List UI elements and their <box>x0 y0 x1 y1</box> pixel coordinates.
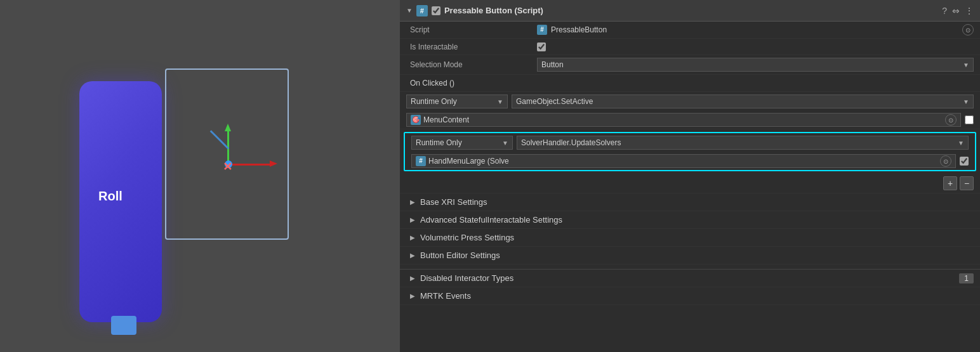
event-2-mode-value: Runtime Only <box>416 138 462 147</box>
mrtk-events-label: MRTK Events <box>420 291 471 301</box>
is-interactable-row: Is Interactable <box>400 39 980 55</box>
script-property-row: Script # PressableButton ⊙ <box>400 22 980 39</box>
selection-mode-dropdown-arrow: ▼ <box>963 62 969 68</box>
event-2-function-value: SolverHandler.UpdateSolvers <box>521 138 621 147</box>
help-icon[interactable]: ? <box>942 6 947 16</box>
event-1-mode-value: Runtime Only <box>411 97 457 106</box>
remove-event-button[interactable]: − <box>960 176 974 190</box>
disabled-interactor-count: 1 <box>959 273 974 284</box>
event-2-function-arrow: ▼ <box>958 140 964 147</box>
selection-mode-dropdown[interactable]: Button ▼ <box>537 58 974 72</box>
on-clicked-label: On Clicked () <box>410 79 454 88</box>
resize-icon[interactable]: ⇔ <box>952 6 960 16</box>
button-editor-settings-row[interactable]: ▶ Button Editor Settings <box>400 247 980 264</box>
z-axis <box>210 130 229 149</box>
event-1-mode-dropdown[interactable]: Runtime Only ▼ <box>406 95 508 108</box>
device-base <box>111 316 136 335</box>
mrtk-events-arrow-icon: ▶ <box>410 292 415 299</box>
event-2-function-dropdown[interactable]: SolverHandler.UpdateSolvers ▼ <box>517 136 969 150</box>
base-xri-settings-row[interactable]: ▶ Base XRI Settings <box>400 193 980 211</box>
event-2-mode-arrow: ▼ <box>502 140 508 147</box>
event-1-object-row: 🎯 MenuContent ⊙ <box>400 111 980 129</box>
is-interactable-checkbox[interactable] <box>537 42 546 51</box>
disabled-interactor-label: Disabled Interactor Types <box>420 273 513 283</box>
selection-mode-label: Selection Mode <box>410 60 537 69</box>
event-2-object-icon: # <box>416 156 426 166</box>
header-icons: ? ⇔ ⋮ <box>942 6 974 16</box>
script-label: Script <box>410 25 537 34</box>
add-event-button[interactable]: + <box>943 176 957 190</box>
component-enabled-checkbox[interactable] <box>432 6 440 15</box>
roll-label: Roll <box>98 189 122 204</box>
script-icon: # <box>537 25 547 35</box>
inspector-body: Script # PressableButton ⊙ Is Interactab… <box>400 22 980 352</box>
script-name: PressableButton <box>551 25 607 34</box>
event-1-function-arrow: ▼ <box>963 98 969 105</box>
more-options-icon[interactable]: ⋮ <box>965 6 974 16</box>
selection-mode-row: Selection Mode Button ▼ <box>400 55 980 75</box>
x-axis-arrow <box>270 160 277 167</box>
blue-device: Roll <box>79 81 162 322</box>
mrtk-events-row[interactable]: ▶ MRTK Events <box>400 287 980 305</box>
transform-gizmo <box>197 129 260 192</box>
event-2-checkbox[interactable] <box>960 157 969 166</box>
event-2-top-row: Runtime Only ▼ SolverHandler.UpdateSolve… <box>405 133 975 152</box>
event-2-object-select[interactable]: ⊙ <box>940 155 951 167</box>
script-hash-icon: # <box>416 5 428 16</box>
disabled-interactor-arrow-icon: ▶ <box>410 275 415 282</box>
event-1-object-select[interactable]: ⊙ <box>945 114 957 126</box>
advanced-settings-label: Advanced StatefulInteractable Settings <box>420 215 562 225</box>
advanced-arrow-icon: ▶ <box>410 216 415 223</box>
event-block-1: Runtime Only ▼ GameObject.SetActive ▼ 🎯 … <box>400 92 980 129</box>
gizmo-x-mark <box>220 159 235 174</box>
add-remove-row: + − <box>400 174 980 193</box>
base-xri-arrow-icon: ▶ <box>410 199 415 205</box>
base-xri-settings-label: Base XRI Settings <box>420 197 487 207</box>
disabled-interactor-row[interactable]: ▶ Disabled Interactor Types 1 <box>400 270 980 287</box>
on-clicked-header: On Clicked () <box>400 75 980 92</box>
event-2-object-row: # HandMenuLarge (Solve ⊙ <box>405 152 975 170</box>
event-2-object-name: HandMenuLarge (Solve <box>428 157 509 166</box>
button-editor-settings-label: Button Editor Settings <box>420 251 500 260</box>
event-block-2-highlighted: Runtime Only ▼ SolverHandler.UpdateSolve… <box>404 132 976 171</box>
x-axis <box>228 164 273 166</box>
script-value-container: # PressableButton ⊙ <box>537 24 974 36</box>
is-interactable-label: Is Interactable <box>410 42 537 51</box>
viewport: Roll <box>0 0 400 352</box>
event-1-mode-arrow: ▼ <box>497 98 503 105</box>
y-axis-arrow <box>225 124 231 131</box>
collapse-arrow-icon[interactable]: ▼ <box>406 7 413 14</box>
volumetric-press-settings-label: Volumetric Press Settings <box>420 233 514 242</box>
component-header: ▼ # Pressable Button (Script) ? ⇔ ⋮ <box>400 0 980 22</box>
event-1-function-dropdown[interactable]: GameObject.SetActive ▼ <box>512 95 974 108</box>
event-1-top-row: Runtime Only ▼ GameObject.SetActive ▼ <box>400 92 980 111</box>
inspector-panel: ▼ # Pressable Button (Script) ? ⇔ ⋮ Scri… <box>400 0 980 352</box>
event-1-checkbox[interactable] <box>965 115 974 124</box>
event-1-function-value: GameObject.SetActive <box>516 97 593 106</box>
event-1-object-icon: 🎯 <box>411 115 421 125</box>
advanced-settings-row[interactable]: ▶ Advanced StatefulInteractable Settings <box>400 211 980 229</box>
component-title: Pressable Button (Script) <box>444 6 938 15</box>
script-select-icon[interactable]: ⊙ <box>962 24 974 36</box>
volumetric-arrow-icon: ▶ <box>410 234 415 241</box>
event-1-object-name: MenuContent <box>423 115 469 124</box>
button-editor-arrow-icon: ▶ <box>410 252 415 259</box>
event-1-object-field[interactable]: 🎯 MenuContent ⊙ <box>406 113 961 127</box>
selection-mode-value: Button <box>541 60 564 69</box>
event-2-object-field[interactable]: # HandMenuLarge (Solve ⊙ <box>411 154 956 168</box>
section-divider <box>400 264 980 270</box>
scene-container: Roll <box>67 43 333 310</box>
event-2-mode-dropdown[interactable]: Runtime Only ▼ <box>411 136 513 150</box>
volumetric-press-settings-row[interactable]: ▶ Volumetric Press Settings <box>400 229 980 247</box>
